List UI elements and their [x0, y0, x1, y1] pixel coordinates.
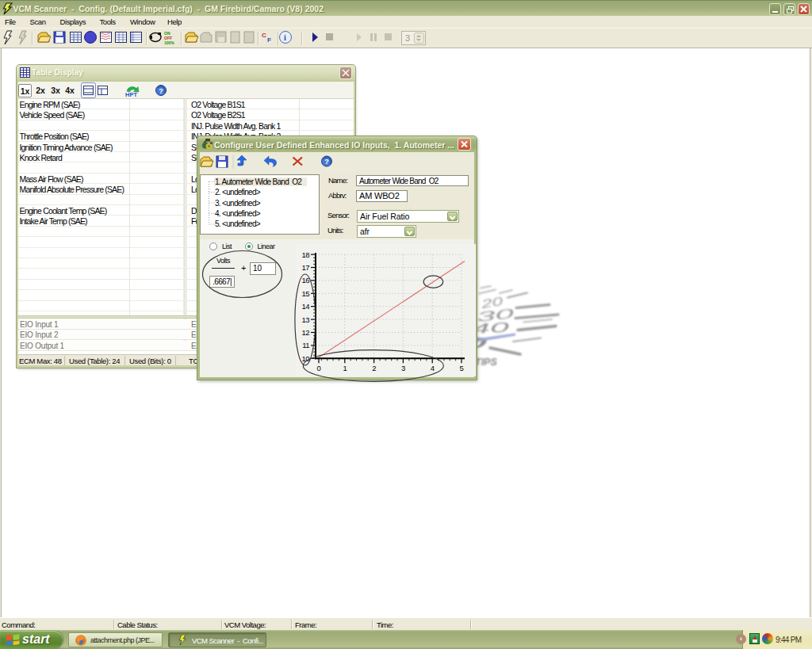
svg-text:0: 0 — [317, 364, 321, 372]
svg-text:?: ? — [324, 158, 329, 166]
svg-text:?: ? — [159, 87, 163, 95]
svg-text:1: 1 — [343, 364, 347, 372]
svg-text:3: 3 — [401, 364, 405, 372]
svg-text:2: 2 — [372, 364, 376, 372]
svg-text:HPT: HPT — [125, 91, 137, 98]
svg-text:13: 13 — [301, 315, 309, 324]
svg-text:16: 16 — [301, 276, 309, 284]
svg-text:F: F — [267, 36, 271, 44]
svg-text:18: 18 — [301, 250, 309, 259]
svg-text:12: 12 — [301, 328, 309, 337]
svg-text:4: 4 — [431, 364, 435, 372]
svg-text:TIPS: TIPS — [475, 357, 497, 368]
svg-text:17: 17 — [301, 263, 309, 272]
svg-text:15: 15 — [301, 289, 309, 298]
svg-text:14: 14 — [301, 302, 309, 311]
svg-text:i: i — [284, 33, 286, 42]
svg-text:100%: 100% — [164, 40, 174, 45]
svg-text:11: 11 — [302, 341, 309, 349]
svg-text:C: C — [262, 32, 266, 39]
svg-text:5: 5 — [460, 364, 464, 372]
svg-text:10: 10 — [301, 354, 309, 363]
svg-text:3: 3 — [405, 33, 410, 43]
